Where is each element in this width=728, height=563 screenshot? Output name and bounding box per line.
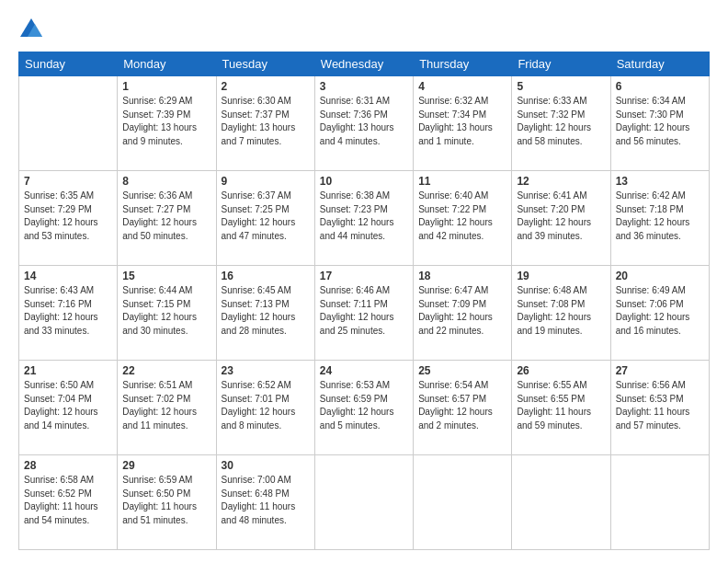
calendar-cell: 21Sunrise: 6:50 AM Sunset: 7:04 PM Dayli… (19, 361, 118, 455)
calendar-cell (610, 455, 709, 550)
day-number: 28 (24, 459, 112, 472)
calendar-week-2: 7Sunrise: 6:35 AM Sunset: 7:29 PM Daylig… (19, 171, 710, 266)
day-info: Sunrise: 6:54 AM Sunset: 6:57 PM Dayligh… (418, 379, 506, 432)
calendar-cell: 29Sunrise: 6:59 AM Sunset: 6:50 PM Dayli… (118, 455, 216, 550)
day-number: 6 (616, 80, 704, 93)
day-info: Sunrise: 6:34 AM Sunset: 7:30 PM Dayligh… (616, 95, 704, 148)
day-info: Sunrise: 6:59 AM Sunset: 6:50 PM Dayligh… (122, 474, 210, 527)
calendar-week-1: 1Sunrise: 6:29 AM Sunset: 7:39 PM Daylig… (19, 76, 710, 171)
day-info: Sunrise: 6:43 AM Sunset: 7:16 PM Dayligh… (24, 284, 112, 338)
day-info: Sunrise: 6:33 AM Sunset: 7:32 PM Dayligh… (517, 95, 605, 148)
day-number: 21 (24, 364, 112, 377)
weekday-header-friday: Friday (512, 52, 610, 76)
day-info: Sunrise: 6:38 AM Sunset: 7:23 PM Dayligh… (320, 190, 408, 243)
day-number: 5 (517, 80, 605, 93)
day-number: 30 (222, 459, 310, 472)
day-info: Sunrise: 6:49 AM Sunset: 7:06 PM Dayligh… (616, 284, 704, 338)
calendar-cell: 25Sunrise: 6:54 AM Sunset: 6:57 PM Dayli… (414, 361, 512, 455)
day-info: Sunrise: 6:40 AM Sunset: 7:22 PM Dayligh… (418, 190, 506, 243)
day-info: Sunrise: 6:36 AM Sunset: 7:27 PM Dayligh… (122, 190, 210, 243)
day-number: 13 (616, 175, 704, 188)
calendar-cell: 7Sunrise: 6:35 AM Sunset: 7:29 PM Daylig… (19, 171, 118, 266)
weekday-header-tuesday: Tuesday (216, 52, 314, 76)
calendar-cell: 28Sunrise: 6:58 AM Sunset: 6:52 PM Dayli… (19, 455, 118, 550)
day-info: Sunrise: 6:35 AM Sunset: 7:29 PM Dayligh… (24, 190, 112, 243)
day-number: 29 (122, 459, 210, 472)
calendar-cell: 18Sunrise: 6:47 AM Sunset: 7:09 PM Dayli… (414, 266, 512, 361)
weekday-header-monday: Monday (118, 52, 216, 76)
logo (18, 17, 48, 42)
day-number: 8 (122, 175, 210, 188)
day-info: Sunrise: 6:46 AM Sunset: 7:11 PM Dayligh… (320, 284, 408, 338)
calendar-cell: 13Sunrise: 6:42 AM Sunset: 7:18 PM Dayli… (610, 171, 709, 266)
day-number: 25 (418, 364, 506, 377)
calendar-cell: 20Sunrise: 6:49 AM Sunset: 7:06 PM Dayli… (610, 266, 709, 361)
day-info: Sunrise: 6:51 AM Sunset: 7:02 PM Dayligh… (122, 379, 210, 432)
day-info: Sunrise: 6:45 AM Sunset: 7:13 PM Dayligh… (222, 284, 310, 338)
weekday-header-saturday: Saturday (610, 52, 709, 76)
calendar-cell: 2Sunrise: 6:30 AM Sunset: 7:37 PM Daylig… (216, 76, 314, 171)
weekday-header-thursday: Thursday (414, 52, 512, 76)
day-info: Sunrise: 6:41 AM Sunset: 7:20 PM Dayligh… (517, 190, 605, 243)
day-info: Sunrise: 6:55 AM Sunset: 6:55 PM Dayligh… (517, 379, 605, 432)
calendar-cell (314, 455, 413, 550)
day-info: Sunrise: 6:47 AM Sunset: 7:09 PM Dayligh… (418, 284, 506, 338)
logo-icon (18, 17, 44, 42)
day-number: 12 (517, 175, 605, 188)
calendar-cell: 11Sunrise: 6:40 AM Sunset: 7:22 PM Dayli… (414, 171, 512, 266)
day-number: 19 (517, 270, 605, 282)
day-number: 26 (517, 364, 605, 377)
calendar-cell: 17Sunrise: 6:46 AM Sunset: 7:11 PM Dayli… (314, 266, 413, 361)
day-number: 15 (122, 270, 210, 282)
weekday-header-sunday: Sunday (19, 52, 118, 76)
calendar-cell: 9Sunrise: 6:37 AM Sunset: 7:25 PM Daylig… (216, 171, 314, 266)
day-number: 22 (122, 364, 210, 377)
day-number: 3 (320, 80, 408, 93)
calendar-cell: 12Sunrise: 6:41 AM Sunset: 7:20 PM Dayli… (512, 171, 610, 266)
page: SundayMondayTuesdayWednesdayThursdayFrid… (0, 0, 728, 563)
day-info: Sunrise: 6:30 AM Sunset: 7:37 PM Dayligh… (222, 95, 310, 148)
calendar-cell: 6Sunrise: 6:34 AM Sunset: 7:30 PM Daylig… (610, 76, 709, 171)
calendar-cell: 15Sunrise: 6:44 AM Sunset: 7:15 PM Dayli… (118, 266, 216, 361)
calendar-week-3: 14Sunrise: 6:43 AM Sunset: 7:16 PM Dayli… (19, 266, 710, 361)
day-number: 9 (222, 175, 310, 188)
day-info: Sunrise: 6:44 AM Sunset: 7:15 PM Dayligh… (122, 284, 210, 338)
calendar-cell: 19Sunrise: 6:48 AM Sunset: 7:08 PM Dayli… (512, 266, 610, 361)
day-number: 1 (122, 80, 210, 93)
day-number: 14 (24, 270, 112, 282)
calendar-cell: 27Sunrise: 6:56 AM Sunset: 6:53 PM Dayli… (610, 361, 709, 455)
calendar-cell: 3Sunrise: 6:31 AM Sunset: 7:36 PM Daylig… (314, 76, 413, 171)
day-number: 10 (320, 175, 408, 188)
day-info: Sunrise: 6:56 AM Sunset: 6:53 PM Dayligh… (616, 379, 704, 432)
weekday-header-row: SundayMondayTuesdayWednesdayThursdayFrid… (19, 52, 710, 76)
calendar-cell: 22Sunrise: 6:51 AM Sunset: 7:02 PM Dayli… (118, 361, 216, 455)
day-number: 23 (222, 364, 310, 377)
day-info: Sunrise: 6:48 AM Sunset: 7:08 PM Dayligh… (517, 284, 605, 338)
day-number: 27 (616, 364, 704, 377)
calendar-cell: 16Sunrise: 6:45 AM Sunset: 7:13 PM Dayli… (216, 266, 314, 361)
day-number: 24 (320, 364, 408, 377)
day-number: 20 (616, 270, 704, 282)
calendar-table: SundayMondayTuesdayWednesdayThursdayFrid… (18, 52, 710, 550)
calendar-cell (19, 76, 118, 171)
calendar-cell: 5Sunrise: 6:33 AM Sunset: 7:32 PM Daylig… (512, 76, 610, 171)
day-number: 11 (418, 175, 506, 188)
calendar-week-4: 21Sunrise: 6:50 AM Sunset: 7:04 PM Dayli… (19, 361, 710, 455)
weekday-header-wednesday: Wednesday (314, 52, 413, 76)
calendar-cell: 24Sunrise: 6:53 AM Sunset: 6:59 PM Dayli… (314, 361, 413, 455)
day-info: Sunrise: 6:50 AM Sunset: 7:04 PM Dayligh… (24, 379, 112, 432)
day-number: 4 (418, 80, 506, 93)
day-number: 2 (222, 80, 310, 93)
day-info: Sunrise: 6:31 AM Sunset: 7:36 PM Dayligh… (320, 95, 408, 148)
day-number: 18 (418, 270, 506, 282)
calendar-week-5: 28Sunrise: 6:58 AM Sunset: 6:52 PM Dayli… (19, 455, 710, 550)
day-number: 7 (24, 175, 112, 188)
day-number: 16 (222, 270, 310, 282)
day-info: Sunrise: 6:53 AM Sunset: 6:59 PM Dayligh… (320, 379, 408, 432)
calendar-cell: 26Sunrise: 6:55 AM Sunset: 6:55 PM Dayli… (512, 361, 610, 455)
calendar-cell: 30Sunrise: 7:00 AM Sunset: 6:48 PM Dayli… (216, 455, 314, 550)
day-info: Sunrise: 6:52 AM Sunset: 7:01 PM Dayligh… (222, 379, 310, 432)
day-info: Sunrise: 7:00 AM Sunset: 6:48 PM Dayligh… (222, 474, 310, 527)
day-info: Sunrise: 6:37 AM Sunset: 7:25 PM Dayligh… (222, 190, 310, 243)
calendar-cell: 23Sunrise: 6:52 AM Sunset: 7:01 PM Dayli… (216, 361, 314, 455)
